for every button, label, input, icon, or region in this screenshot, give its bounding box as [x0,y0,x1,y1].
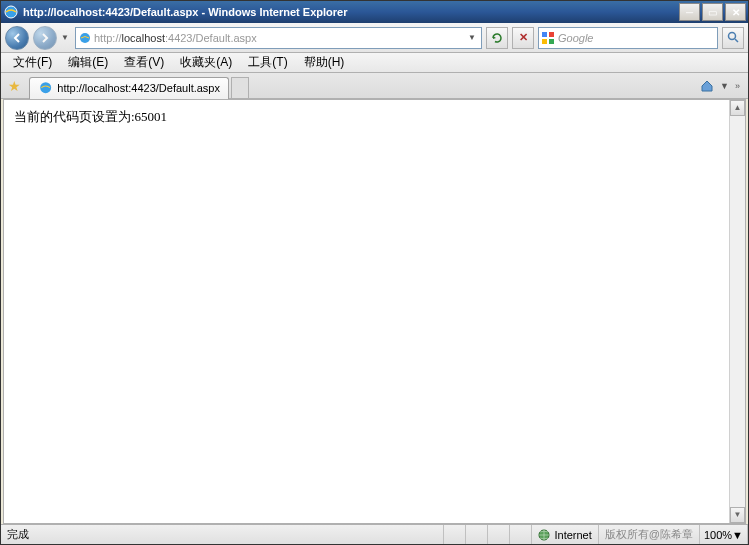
nav-history-dropdown[interactable]: ▼ [61,33,71,42]
status-text: 完成 [1,525,444,544]
home-icon[interactable] [700,79,714,93]
status-pane-3 [488,525,510,544]
page-content-area: 当前的代码页设置为:65001 ▲ ▼ [3,99,746,524]
internet-zone-icon [538,529,550,541]
toolbar-dropdown[interactable]: ▼ [720,81,729,91]
window-titlebar: http://localhost:4423/Default.aspx - Win… [1,1,748,23]
menu-help[interactable]: 帮助(H) [296,52,353,73]
address-text: http://localhost:4423/Default.aspx [94,32,465,44]
search-placeholder: Google [558,32,715,44]
navigation-bar: ▼ http://localhost:4423/Default.aspx ▼ ✕… [1,23,748,53]
tab-active[interactable]: http://localhost:4423/Default.aspx [29,77,229,99]
svg-rect-2 [542,32,547,37]
scroll-track[interactable] [730,116,745,507]
menu-file[interactable]: 文件(F) [5,52,60,73]
arrow-left-icon [12,33,22,43]
tab-bar: ★ http://localhost:4423/Default.aspx ▼ » [1,73,748,99]
status-watermark: 版权所有@陈希章 [599,525,700,544]
menu-bar: 文件(F) 编辑(E) 查看(V) 收藏夹(A) 工具(T) 帮助(H) [1,53,748,73]
svg-rect-4 [542,39,547,44]
page-icon [78,31,92,45]
tab-page-icon [38,80,53,95]
address-bar[interactable]: http://localhost:4423/Default.aspx ▼ [75,27,482,49]
arrow-right-icon [40,33,50,43]
menu-edit[interactable]: 编辑(E) [60,52,116,73]
menu-favorites[interactable]: 收藏夹(A) [172,52,240,73]
refresh-icon [491,32,503,44]
status-bar: 完成 Internet 版权所有@陈希章 100% ▼ [1,524,748,544]
status-pane-1 [444,525,466,544]
svg-line-7 [735,39,738,42]
ie-icon [3,4,19,20]
menu-view[interactable]: 查看(V) [116,52,172,73]
magnifier-icon [727,31,740,44]
new-tab-button[interactable] [231,77,249,99]
google-icon [541,31,555,45]
tab-title: http://localhost:4423/Default.aspx [57,82,220,94]
status-pane-4 [510,525,532,544]
back-button[interactable] [5,26,29,50]
search-button[interactable] [722,27,744,49]
stop-button[interactable]: ✕ [512,27,534,49]
security-zone[interactable]: Internet [532,525,598,544]
svg-rect-5 [549,39,554,44]
scroll-down-button[interactable]: ▼ [730,507,745,523]
minimize-button[interactable]: ─ [679,3,700,21]
scroll-up-button[interactable]: ▲ [730,100,745,116]
toolbar-chevron-icon[interactable]: » [735,81,740,91]
vertical-scrollbar[interactable]: ▲ ▼ [729,100,745,523]
refresh-button[interactable] [486,27,508,49]
svg-rect-3 [549,32,554,37]
address-dropdown[interactable]: ▼ [465,33,479,42]
status-pane-2 [466,525,488,544]
menu-tools[interactable]: 工具(T) [240,52,295,73]
svg-point-6 [728,33,735,40]
favorites-star-icon[interactable]: ★ [5,77,23,95]
forward-button[interactable] [33,26,57,50]
close-button[interactable]: ✕ [725,3,746,21]
window-title: http://localhost:4423/Default.aspx - Win… [23,6,679,18]
search-box[interactable]: Google [538,27,718,49]
page-body-text: 当前的代码页设置为:65001 [4,100,745,134]
maximize-button[interactable]: ▭ [702,3,723,21]
zoom-level[interactable]: 100% ▼ [700,525,748,544]
